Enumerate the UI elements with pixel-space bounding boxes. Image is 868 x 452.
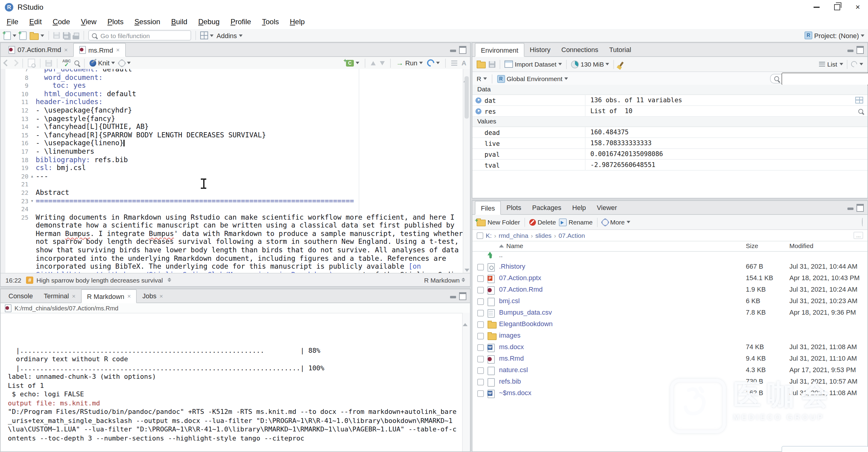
fold-marker-icon[interactable] xyxy=(28,69,36,73)
editor-line[interactable]: 15 - \fancyhead[R]{SPARROW BODY LENGTH D… xyxy=(1,131,470,140)
file-row[interactable]: Bumpus_data.csv 7.8 KB Apr 18, 2021, 9:3… xyxy=(472,307,867,319)
console-tab[interactable]: Console xyxy=(3,289,38,303)
find-replace-icon[interactable] xyxy=(74,61,79,65)
fold-marker-icon[interactable] xyxy=(28,254,36,263)
new-folder-button[interactable]: +New Folder xyxy=(477,218,520,226)
column-size[interactable]: Size xyxy=(746,242,758,249)
file-checkbox[interactable] xyxy=(477,321,484,328)
file-type-selector[interactable]: R Markdown xyxy=(424,276,465,283)
files-tab[interactable]: Plots xyxy=(501,201,527,214)
environment-tab[interactable]: Tutorial xyxy=(604,43,637,56)
scroll-up-icon[interactable] xyxy=(463,313,468,326)
fold-marker-icon[interactable] xyxy=(28,189,36,197)
breadcrumb-segment[interactable]: 07.Action xyxy=(559,232,588,239)
fold-marker-icon[interactable]: ▼ xyxy=(28,197,36,205)
fold-marker-icon[interactable] xyxy=(28,90,36,98)
menu-item[interactable]: Profile xyxy=(225,18,256,26)
file-name-link[interactable]: 07.Action.pptx xyxy=(499,274,541,281)
editor-line[interactable]: incorporated into the underlying Rmarkdo… xyxy=(1,254,470,263)
view-table-icon[interactable] xyxy=(855,97,863,103)
editor-line[interactable]: 20 ▲ --- xyxy=(1,172,470,180)
knit-button[interactable]: Knit xyxy=(90,59,115,66)
menu-item[interactable]: Plots xyxy=(102,18,129,26)
editor-line[interactable]: 23 ▼ ===================================… xyxy=(1,197,470,205)
file-row[interactable]: 07.Action.pptx 154.1 KB Apr 18, 2021, 10… xyxy=(472,273,867,284)
new-file-button[interactable]: + xyxy=(4,31,16,40)
file-checkbox[interactable] xyxy=(477,344,484,351)
save-all-button[interactable] xyxy=(63,32,69,39)
menu-item[interactable]: File xyxy=(1,18,24,26)
files-tab[interactable]: Packages xyxy=(527,201,567,214)
editor-line[interactable]: Herman Bumpus. I integrate Bumpus' data … xyxy=(1,230,470,238)
editor-line[interactable]: 10 html_document: default xyxy=(1,90,470,98)
file-name-link[interactable]: 07.Action.Rmd xyxy=(499,285,542,293)
rerun-button[interactable] xyxy=(427,59,440,66)
pane-maximize-icon[interactable] xyxy=(857,204,864,212)
fold-marker-icon[interactable] xyxy=(28,140,36,148)
fold-marker-icon[interactable] xyxy=(28,230,36,238)
goto-file-search[interactable] xyxy=(88,30,191,40)
file-name-link[interactable]: refs.bib xyxy=(499,378,521,385)
pane-maximize-icon[interactable] xyxy=(857,46,864,54)
file-name-link[interactable]: ms.docx xyxy=(499,343,524,350)
forward-icon[interactable] xyxy=(12,60,19,66)
file-name-link[interactable]: nature.csl xyxy=(499,366,528,373)
environment-row[interactable]: live 158.708333333333 xyxy=(472,138,867,149)
environment-row[interactable]: res List of 10 xyxy=(472,106,867,117)
language-selector[interactable]: R xyxy=(477,75,487,82)
breadcrumb-segment[interactable]: slides xyxy=(535,232,556,239)
fold-marker-icon[interactable] xyxy=(28,181,36,189)
environment-row[interactable]: pval 0.00167420135098086 xyxy=(472,149,867,160)
editor-line[interactable]: 25 Writing documents in Rmarkdown using … xyxy=(1,213,470,221)
tab-close-icon[interactable]: × xyxy=(64,46,68,53)
file-name-link[interactable]: .. xyxy=(499,251,503,259)
editor-line[interactable]: 14 - \fancyhead[L]{DUTHIE, AB} xyxy=(1,123,470,131)
menu-item[interactable]: Build xyxy=(166,18,193,26)
fold-marker-icon[interactable] xyxy=(28,98,36,107)
file-checkbox[interactable] xyxy=(477,310,484,317)
more-button[interactable]: More xyxy=(602,218,630,226)
pane-minimize-icon[interactable] xyxy=(847,47,854,53)
environment-tab[interactable]: Connections xyxy=(556,43,604,56)
breadcrumb-home-icon[interactable] xyxy=(477,232,483,239)
fold-marker-icon[interactable] xyxy=(28,205,36,213)
editor-line[interactable]: 8 word_document: xyxy=(1,73,470,82)
pane-minimize-icon[interactable] xyxy=(847,205,854,211)
goto-file-input[interactable] xyxy=(99,31,174,40)
section-selector[interactable]: # High sparrow body length decreases sur… xyxy=(26,276,172,283)
source-tab[interactable]: 07.Action.Rmd × xyxy=(3,43,73,56)
file-checkbox[interactable] xyxy=(477,356,484,362)
console-tab[interactable]: Terminal × xyxy=(38,289,81,303)
tab-close-icon[interactable]: × xyxy=(159,293,163,299)
fold-marker-icon[interactable]: ▲ xyxy=(28,172,36,180)
refresh-icon[interactable] xyxy=(850,60,858,68)
breadcrumb-segment[interactable]: K: xyxy=(486,232,496,239)
close-button[interactable]: × xyxy=(847,0,868,14)
menu-item[interactable]: View xyxy=(75,18,102,26)
minimize-button[interactable] xyxy=(806,0,827,14)
file-name-link[interactable]: .Rhistory xyxy=(499,263,525,270)
inspect-icon[interactable] xyxy=(858,109,863,114)
environment-row[interactable]: dat 136 obs. of 11 variables xyxy=(472,95,867,106)
source-tab[interactable]: ms.Rmd × xyxy=(73,43,126,57)
editor-line[interactable]: incorporated using BibTeX. The underlyin… xyxy=(1,263,470,271)
fold-marker-icon[interactable] xyxy=(28,238,36,246)
editor-save-icon[interactable] xyxy=(45,60,52,66)
insert-chunk-button[interactable] xyxy=(346,60,359,66)
files-tab[interactable]: Files xyxy=(475,201,501,215)
file-name-link[interactable]: ElegantBookdown xyxy=(499,320,553,327)
load-workspace-icon[interactable] xyxy=(477,62,486,68)
file-row[interactable]: .Rhistory 667 B Jul 31, 2021, 10:44 AM xyxy=(472,262,867,273)
file-row[interactable]: bmj.csl 6 KB Jul 31, 2021, 10:23 AM xyxy=(472,296,867,307)
editor-line[interactable]: 12 - \usepackage{fancyhdr} xyxy=(1,107,470,115)
rename-button[interactable]: Rename xyxy=(559,218,592,226)
file-name-link[interactable]: Bumpus_data.csv xyxy=(499,309,552,316)
environment-tab[interactable]: Environment xyxy=(475,43,524,57)
file-name-link[interactable]: images xyxy=(499,332,521,339)
run-button[interactable]: →Run xyxy=(396,59,423,66)
tab-close-icon[interactable]: × xyxy=(116,47,120,53)
column-name[interactable]: Name xyxy=(506,242,523,249)
code-editor[interactable]: 7 pdf_document: default 8 word_document:… xyxy=(1,69,470,273)
pane-maximize-icon[interactable] xyxy=(459,292,466,300)
breadcrumb-segment[interactable]: rmd_china xyxy=(499,232,533,239)
